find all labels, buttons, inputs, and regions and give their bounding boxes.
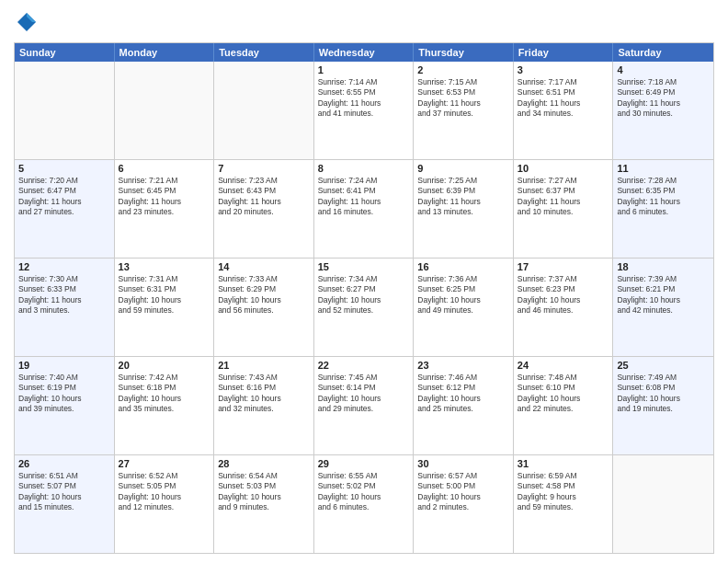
header <box>14 9 714 35</box>
day-info: Sunrise: 7:17 AMSunset: 6:51 PMDaylight:… <box>518 77 609 120</box>
day-info: Sunrise: 7:15 AMSunset: 6:53 PMDaylight:… <box>417 77 509 120</box>
weekday-header-thursday: Thursday <box>414 43 514 62</box>
day-number: 2 <box>417 64 509 75</box>
empty-cell-0-2 <box>214 62 314 159</box>
day-cell-28: 28Sunrise: 6:54 AMSunset: 5:03 PMDayligh… <box>214 455 314 553</box>
day-cell-22: 22Sunrise: 7:45 AMSunset: 6:14 PMDayligh… <box>314 357 415 454</box>
day-number: 16 <box>417 261 509 272</box>
day-number: 28 <box>218 458 310 469</box>
day-info: Sunrise: 7:18 AMSunset: 6:49 PMDaylight:… <box>617 77 710 120</box>
empty-cell-4-6 <box>613 455 713 553</box>
day-cell-1: 1Sunrise: 7:14 AMSunset: 6:55 PMDaylight… <box>314 62 415 159</box>
day-number: 17 <box>518 261 609 272</box>
day-number: 31 <box>518 458 609 469</box>
day-number: 21 <box>218 360 310 371</box>
logo <box>14 9 43 35</box>
day-number: 24 <box>518 360 609 371</box>
day-info: Sunrise: 7:42 AMSunset: 6:18 PMDaylight:… <box>119 373 210 415</box>
day-cell-25: 25Sunrise: 7:49 AMSunset: 6:08 PMDayligh… <box>613 357 713 454</box>
calendar-row-3: 19Sunrise: 7:40 AMSunset: 6:19 PMDayligh… <box>15 356 713 454</box>
day-info: Sunrise: 6:51 AMSunset: 5:07 PMDaylight:… <box>18 471 110 513</box>
day-number: 30 <box>417 458 509 469</box>
day-info: Sunrise: 7:43 AMSunset: 6:16 PMDaylight:… <box>218 373 310 415</box>
day-info: Sunrise: 7:36 AMSunset: 6:25 PMDaylight:… <box>417 274 509 316</box>
day-info: Sunrise: 7:49 AMSunset: 6:08 PMDaylight:… <box>617 373 710 415</box>
day-number: 14 <box>218 261 310 272</box>
weekday-header-friday: Friday <box>514 43 614 62</box>
day-cell-4: 4Sunrise: 7:18 AMSunset: 6:49 PMDaylight… <box>613 62 713 159</box>
day-info: Sunrise: 7:34 AMSunset: 6:27 PMDaylight:… <box>318 274 410 316</box>
day-cell-21: 21Sunrise: 7:43 AMSunset: 6:16 PMDayligh… <box>214 357 314 454</box>
calendar-body: 1Sunrise: 7:14 AMSunset: 6:55 PMDaylight… <box>15 62 713 553</box>
day-info: Sunrise: 7:30 AMSunset: 6:33 PMDaylight:… <box>18 274 110 316</box>
day-info: Sunrise: 6:54 AMSunset: 5:03 PMDaylight:… <box>218 471 310 513</box>
day-number: 25 <box>617 360 710 371</box>
day-number: 11 <box>617 163 710 174</box>
day-cell-29: 29Sunrise: 6:55 AMSunset: 5:02 PMDayligh… <box>314 455 415 553</box>
day-number: 9 <box>417 163 509 174</box>
day-number: 4 <box>617 64 710 75</box>
day-cell-6: 6Sunrise: 7:21 AMSunset: 6:45 PMDaylight… <box>115 160 215 258</box>
day-cell-2: 2Sunrise: 7:15 AMSunset: 6:53 PMDaylight… <box>414 62 514 159</box>
day-info: Sunrise: 6:57 AMSunset: 5:00 PMDaylight:… <box>417 471 509 513</box>
empty-cell-0-0 <box>15 62 115 159</box>
day-info: Sunrise: 7:24 AMSunset: 6:41 PMDaylight:… <box>318 176 410 218</box>
day-number: 3 <box>518 64 609 75</box>
day-cell-15: 15Sunrise: 7:34 AMSunset: 6:27 PMDayligh… <box>314 259 415 356</box>
day-info: Sunrise: 7:39 AMSunset: 6:21 PMDaylight:… <box>617 274 710 316</box>
day-cell-14: 14Sunrise: 7:33 AMSunset: 6:29 PMDayligh… <box>214 259 314 356</box>
day-info: Sunrise: 7:45 AMSunset: 6:14 PMDaylight:… <box>318 373 410 415</box>
day-info: Sunrise: 7:14 AMSunset: 6:55 PMDaylight:… <box>318 77 410 120</box>
calendar-row-2: 12Sunrise: 7:30 AMSunset: 6:33 PMDayligh… <box>15 258 713 356</box>
day-number: 1 <box>318 64 410 75</box>
day-info: Sunrise: 6:59 AMSunset: 4:58 PMDaylight:… <box>518 471 609 513</box>
day-info: Sunrise: 6:55 AMSunset: 5:02 PMDaylight:… <box>318 471 410 513</box>
day-cell-10: 10Sunrise: 7:27 AMSunset: 6:37 PMDayligh… <box>514 160 614 258</box>
day-info: Sunrise: 7:48 AMSunset: 6:10 PMDaylight:… <box>518 373 609 415</box>
day-number: 23 <box>417 360 509 371</box>
day-cell-24: 24Sunrise: 7:48 AMSunset: 6:10 PMDayligh… <box>514 357 614 454</box>
day-cell-31: 31Sunrise: 6:59 AMSunset: 4:58 PMDayligh… <box>514 455 614 553</box>
day-cell-17: 17Sunrise: 7:37 AMSunset: 6:23 PMDayligh… <box>514 259 614 356</box>
day-info: Sunrise: 6:52 AMSunset: 5:05 PMDaylight:… <box>119 471 210 513</box>
weekday-header-saturday: Saturday <box>613 43 713 62</box>
day-cell-20: 20Sunrise: 7:42 AMSunset: 6:18 PMDayligh… <box>115 357 215 454</box>
weekday-header-tuesday: Tuesday <box>214 43 314 62</box>
day-number: 27 <box>119 458 210 469</box>
day-cell-30: 30Sunrise: 6:57 AMSunset: 5:00 PMDayligh… <box>414 455 514 553</box>
empty-cell-0-1 <box>115 62 215 159</box>
day-info: Sunrise: 7:21 AMSunset: 6:45 PMDaylight:… <box>119 176 210 218</box>
weekday-header-wednesday: Wednesday <box>314 43 415 62</box>
calendar-row-0: 1Sunrise: 7:14 AMSunset: 6:55 PMDaylight… <box>15 62 713 159</box>
page: SundayMondayTuesdayWednesdayThursdayFrid… <box>0 0 728 563</box>
day-number: 20 <box>119 360 210 371</box>
day-info: Sunrise: 7:27 AMSunset: 6:37 PMDaylight:… <box>518 176 609 218</box>
day-info: Sunrise: 7:37 AMSunset: 6:23 PMDaylight:… <box>518 274 609 316</box>
day-cell-18: 18Sunrise: 7:39 AMSunset: 6:21 PMDayligh… <box>613 259 713 356</box>
logo-icon <box>14 9 40 35</box>
day-number: 22 <box>318 360 410 371</box>
day-number: 26 <box>18 458 110 469</box>
day-number: 18 <box>617 261 710 272</box>
day-info: Sunrise: 7:33 AMSunset: 6:29 PMDaylight:… <box>218 274 310 316</box>
day-cell-19: 19Sunrise: 7:40 AMSunset: 6:19 PMDayligh… <box>15 357 115 454</box>
day-cell-5: 5Sunrise: 7:20 AMSunset: 6:47 PMDaylight… <box>15 160 115 258</box>
day-cell-12: 12Sunrise: 7:30 AMSunset: 6:33 PMDayligh… <box>15 259 115 356</box>
day-number: 7 <box>218 163 310 174</box>
day-number: 15 <box>318 261 410 272</box>
day-number: 10 <box>518 163 609 174</box>
weekday-header-monday: Monday <box>115 43 215 62</box>
day-number: 13 <box>119 261 210 272</box>
day-number: 12 <box>18 261 110 272</box>
calendar-row-1: 5Sunrise: 7:20 AMSunset: 6:47 PMDaylight… <box>15 159 713 258</box>
day-info: Sunrise: 7:23 AMSunset: 6:43 PMDaylight:… <box>218 176 310 218</box>
day-cell-23: 23Sunrise: 7:46 AMSunset: 6:12 PMDayligh… <box>414 357 514 454</box>
day-cell-8: 8Sunrise: 7:24 AMSunset: 6:41 PMDaylight… <box>314 160 415 258</box>
day-cell-13: 13Sunrise: 7:31 AMSunset: 6:31 PMDayligh… <box>115 259 215 356</box>
day-cell-27: 27Sunrise: 6:52 AMSunset: 5:05 PMDayligh… <box>115 455 215 553</box>
day-info: Sunrise: 7:40 AMSunset: 6:19 PMDaylight:… <box>18 373 110 415</box>
calendar-row-4: 26Sunrise: 6:51 AMSunset: 5:07 PMDayligh… <box>15 454 713 553</box>
day-info: Sunrise: 7:28 AMSunset: 6:35 PMDaylight:… <box>617 176 710 218</box>
day-number: 5 <box>18 163 110 174</box>
day-cell-16: 16Sunrise: 7:36 AMSunset: 6:25 PMDayligh… <box>414 259 514 356</box>
